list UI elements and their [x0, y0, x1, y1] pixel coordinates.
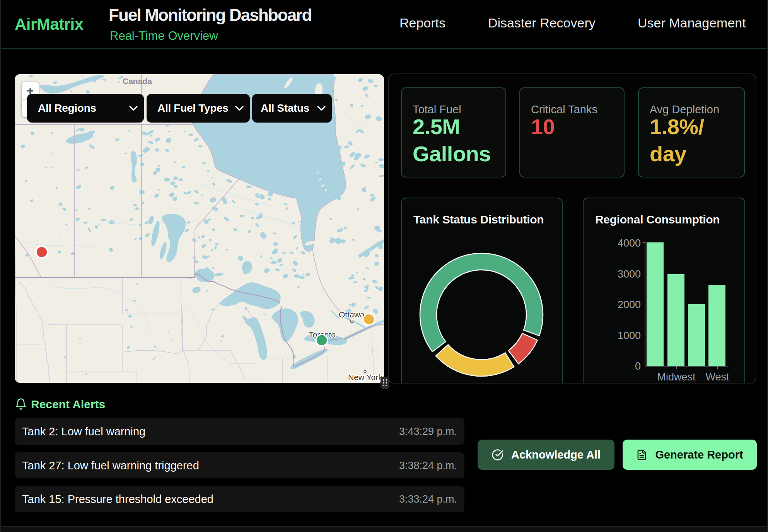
svg-text:1000: 1000	[618, 330, 641, 341]
svg-text:Canada: Canada	[123, 77, 152, 85]
svg-text:0: 0	[635, 360, 641, 372]
svg-text:West: West	[705, 371, 729, 383]
svg-text:2000: 2000	[618, 299, 641, 310]
svg-text:Midwest: Midwest	[657, 371, 696, 383]
svg-text:New York: New York	[348, 373, 382, 382]
svg-text:Ottawa: Ottawa	[339, 310, 365, 319]
svg-text:4000: 4000	[618, 237, 641, 249]
svg-text:3000: 3000	[618, 268, 641, 280]
